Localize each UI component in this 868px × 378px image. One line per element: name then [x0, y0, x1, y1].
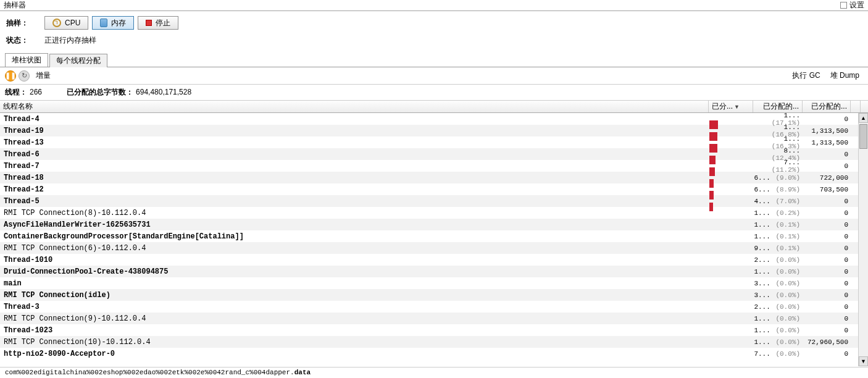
table-row[interactable]: Thread-126... (8.9%)703,500	[0, 183, 868, 195]
cell-thread-name: Thread-5	[0, 197, 709, 206]
table-row[interactable]: Druid-ConnectionPool-Create-4380948751..…	[0, 266, 868, 277]
status-path-last: data	[294, 369, 311, 376]
table-row[interactable]: Thread-41... (17.1%)0	[0, 113, 868, 125]
cell-pct: 1... (0.2%)	[753, 209, 803, 217]
stop-button[interactable]: 停止	[138, 16, 178, 30]
table-row[interactable]: Thread-68... (12.4%)0	[0, 148, 868, 160]
heap-dump-button[interactable]: 堆 Dump	[827, 69, 863, 82]
memory-button[interactable]: 内存	[92, 16, 134, 30]
table-row[interactable]: Thread-77... (11.2%)0	[0, 160, 868, 172]
cell-pct: 1... (0.1%)	[753, 221, 803, 229]
table-row[interactable]: Thread-32... (0.0%)0	[0, 301, 868, 313]
col-thread-name[interactable]: 线程名称	[0, 101, 709, 112]
cell-pct: 3... (0.0%)	[753, 292, 803, 299]
cell-pct: 1... (0.1%)	[753, 233, 803, 240]
stop-icon	[146, 20, 152, 26]
cell-pct: 2... (0.0%)	[753, 303, 803, 311]
cell-thread-name: ContainerBackgroundProcessor[StandardEng…	[0, 232, 709, 241]
cell-thread-name: Thread-19	[0, 127, 709, 135]
delta-label[interactable]: 增量	[36, 70, 51, 81]
sort-desc-icon: ▼	[734, 104, 740, 110]
cell-c3: 1,313,500	[803, 127, 851, 135]
table-row[interactable]: main3... (0.0%)0	[0, 277, 868, 289]
memory-icon	[100, 19, 107, 27]
cell-pct: 7... (0.0%)	[753, 350, 803, 358]
cell-c3: 0	[803, 268, 851, 275]
table-row[interactable]: AsyncFileHandlerWriter-16256357311... (0…	[0, 219, 868, 230]
cell-thread-name: Thread-18	[0, 174, 709, 182]
table-row[interactable]: ContainerBackgroundProcessor[StandardEng…	[0, 230, 868, 242]
alloc-bar	[709, 120, 718, 129]
pause-button[interactable]: ❚❚	[5, 70, 16, 82]
cell-pct: 1... (0.0%)	[753, 315, 803, 322]
table-row[interactable]: RMI TCP Connection(6)-10.112.0.49... (0.…	[0, 242, 868, 254]
cell-c3: 0	[803, 221, 851, 229]
alloc-bar	[709, 191, 714, 200]
cell-thread-name: http-nio2-8090-Acceptor-0	[0, 350, 709, 358]
alloc-bytes-label: 已分配的总字节数：	[67, 88, 133, 96]
cell-thread-name: RMI TCP Connection(10)-10.112.0.4	[0, 338, 709, 346]
status-path: com%002edigitalchina%002eshop%002edao%00…	[5, 369, 294, 376]
tabs: 堆柱状图 每个线程分配	[0, 53, 868, 67]
cell-pct: 2... (0.0%)	[753, 256, 803, 264]
sub-toolbar: ❚❚ ↻ 增量 执行 GC 堆 Dump	[0, 67, 868, 85]
refresh-button[interactable]: ↻	[19, 70, 30, 82]
settings-checkbox[interactable]	[840, 2, 847, 9]
cell-thread-name: RMI TCP Connection(idle)	[0, 291, 709, 300]
cell-thread-name: RMI TCP Connection(6)-10.112.0.4	[0, 244, 709, 253]
alloc-bytes-value: 694,480,171,528	[136, 88, 191, 96]
tab-per-thread-alloc[interactable]: 每个线程分配	[49, 54, 107, 67]
threads-table: 线程名称 已分...▼ 已分配的... 已分配的... Thread-41...…	[0, 101, 868, 366]
cell-pct: 6... (8.9%)	[753, 186, 803, 193]
col-allocated-bar[interactable]: 已分...▼	[709, 101, 753, 112]
table-row[interactable]: Thread-10102... (0.0%)0	[0, 254, 868, 266]
table-row[interactable]: RMI TCP Connection(8)-10.112.0.41... (0.…	[0, 207, 868, 219]
cell-c3: 0	[803, 151, 851, 158]
cell-pct: 4... (7.0%)	[753, 198, 803, 205]
alloc-bar	[709, 203, 713, 211]
cell-thread-name: RMI TCP Connection(8)-10.112.0.4	[0, 209, 709, 217]
cell-thread-name: Thread-7	[0, 162, 709, 170]
tab-heap-histogram[interactable]: 堆柱状图	[5, 53, 48, 67]
cell-pct: 7... (11.2%)	[753, 159, 803, 174]
window-title: 抽样器	[4, 0, 26, 10]
table-row[interactable]: Thread-191... (16.8%)1,313,500	[0, 125, 868, 136]
alloc-bar	[709, 179, 714, 188]
table-row[interactable]: Thread-10231... (0.0%)0	[0, 324, 868, 336]
col-allocated-pct[interactable]: 已分配的...	[753, 101, 803, 112]
cell-thread-name: Thread-4	[0, 115, 709, 124]
settings-label[interactable]: 设置	[849, 0, 864, 10]
col-allocated-3[interactable]: 已分配的...	[803, 101, 851, 112]
table-row[interactable]: http-nio2-8090-Acceptor-07... (0.0%)0	[0, 348, 868, 359]
cell-c3: 0	[803, 233, 851, 240]
cell-c3: 0	[803, 315, 851, 322]
cell-c3: 72,960,500	[803, 338, 851, 346]
cell-c3: 0	[803, 280, 851, 287]
vertical-scrollbar[interactable]: ▲ ▼	[858, 113, 868, 366]
cell-c3: 0	[803, 162, 851, 170]
perform-gc-button[interactable]: 执行 GC	[788, 69, 824, 82]
cell-thread-name: Thread-1023	[0, 326, 709, 335]
scroll-up-icon[interactable]: ▲	[859, 113, 868, 123]
cell-thread-name: Thread-1010	[0, 256, 709, 264]
cell-thread-name: Thread-3	[0, 303, 709, 311]
table-row[interactable]: Thread-54... (7.0%)0	[0, 195, 868, 207]
cell-c3: 0	[803, 209, 851, 217]
table-row[interactable]: RMI TCP Connection(9)-10.112.0.41... (0.…	[0, 313, 868, 324]
cell-c3: 0	[803, 350, 851, 358]
scroll-down-icon[interactable]: ▼	[859, 356, 868, 366]
sample-label: 抽样：	[6, 18, 44, 28]
table-row[interactable]: Thread-186... (9.0%)722,000	[0, 172, 868, 183]
scroll-thumb[interactable]	[859, 124, 867, 149]
table-row[interactable]: RMI TCP Connection(10)-10.112.0.41... (0…	[0, 336, 868, 348]
toolbar: 抽样： CPU 内存 停止 状态： 正进行内存抽样	[0, 11, 868, 53]
table-row[interactable]: Thread-131... (16.3%)1,313,500	[0, 136, 868, 148]
cell-thread-name: Thread-6	[0, 150, 709, 159]
cell-c3: 0	[803, 256, 851, 264]
table-row[interactable]: RMI TCP Connection(idle)3... (0.0%)0	[0, 289, 868, 301]
cpu-button[interactable]: CPU	[44, 16, 88, 30]
cell-pct: 6... (9.0%)	[753, 174, 803, 182]
cell-thread-name: AsyncFileHandlerWriter-1625635731	[0, 220, 709, 229]
cell-pct: 1... (0.0%)	[753, 268, 803, 275]
table-header: 线程名称 已分...▼ 已分配的... 已分配的...	[0, 101, 868, 113]
